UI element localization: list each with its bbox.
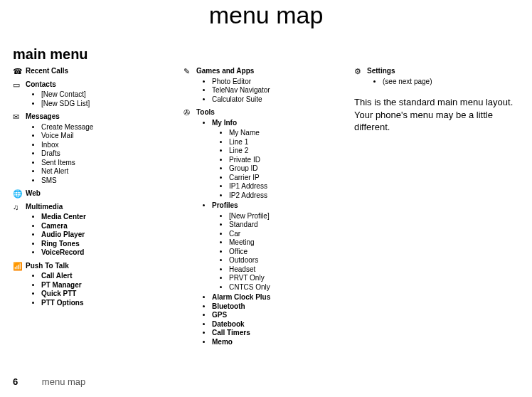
page-footer: 6 menu map <box>13 376 85 387</box>
list-item: PT Manager <box>41 281 183 290</box>
category-ptt: 📶 Push To Talk Call Alert PT Manager Qui… <box>13 262 183 308</box>
layout-note: This is the standard main menu layout. Y… <box>354 96 518 134</box>
list-item: Drafts <box>41 149 183 159</box>
column-2: ✎ Games and Apps Photo Editor TeleNav Na… <box>183 67 354 351</box>
list-item: [New Profile] <box>229 212 354 221</box>
list-item: Standard <box>229 221 354 230</box>
list-item: Create Message <box>41 123 183 132</box>
footer-text: menu map <box>42 376 85 387</box>
category-multimedia: ♫ Multimedia Media Center Camera Audio P… <box>13 203 183 258</box>
list-item: Meeting <box>229 238 354 248</box>
contacts-icon: ▭ <box>13 80 26 89</box>
list-item: My Name <box>229 129 354 138</box>
list-item: Quick PTT <box>41 290 183 299</box>
list-item: TeleNav Navigator <box>212 86 354 95</box>
page-number: 6 <box>13 376 18 387</box>
list-item: Line 1 <box>229 138 354 147</box>
list-item: Photo Editor <box>212 78 354 87</box>
list-item: Call Alert <box>41 272 183 281</box>
web-title: Web <box>26 189 41 198</box>
list-item: CNTCS Only <box>229 283 354 292</box>
settings-icon: ⚙ <box>354 67 367 75</box>
list-item: PTT Options <box>41 299 183 308</box>
list-item: Headset <box>229 265 354 275</box>
list-item: Audio Player <box>41 231 183 240</box>
recent-calls-title: Recent Calls <box>26 67 68 76</box>
list-item: Net Alert <box>41 167 183 176</box>
tools-title: Tools <box>196 108 215 117</box>
tools-icon: ✇ <box>183 108 196 117</box>
category-games: ✎ Games and Apps Photo Editor TeleNav Na… <box>183 67 354 104</box>
contacts-title: Contacts <box>26 80 56 90</box>
multimedia-title: Multimedia <box>26 203 63 212</box>
list-item: GPS <box>212 311 354 320</box>
list-item: Call Timers <box>212 329 354 338</box>
list-item: Datebook <box>212 320 354 329</box>
list-item: Media Center <box>41 213 183 222</box>
list-item: Memo <box>212 338 354 347</box>
list-item: Bluetooth <box>212 302 354 312</box>
multimedia-icon: ♫ <box>13 203 26 211</box>
category-web: 🌐 Web <box>13 189 183 198</box>
recent-calls-icon: ☎ <box>13 67 26 75</box>
section-title: main menu <box>13 46 532 63</box>
category-tools: ✇ Tools My Info My Name Line 1 Line 2 Pr… <box>183 108 354 346</box>
list-item: Calculator Suite <box>212 95 354 105</box>
settings-title: Settings <box>367 67 395 76</box>
ptt-icon: 📶 <box>13 262 26 270</box>
list-item: Carrier IP <box>229 174 354 183</box>
tools-profiles: Profiles <box>212 201 354 211</box>
column-3: ⚙ Settings (see next page) This is the s… <box>354 67 518 134</box>
list-item: Car <box>229 230 354 239</box>
list-item: Ring Tones <box>41 240 183 249</box>
list-item: PRVT Only <box>229 274 354 283</box>
category-messages: ✉ Messages Create Message Voice Mail Inb… <box>13 112 183 185</box>
menu-columns: ☎ Recent Calls ▭ Contacts [New Contact] … <box>13 67 532 351</box>
list-item: Private ID <box>229 156 354 165</box>
list-item: Sent Items <box>41 159 183 168</box>
list-item: IP2 Address <box>229 191 354 201</box>
messages-title: Messages <box>26 112 60 122</box>
list-item: [New Contact] <box>41 90 183 100</box>
category-contacts: ▭ Contacts [New Contact] [New SDG List] <box>13 80 183 109</box>
list-item: [New SDG List] <box>41 100 183 109</box>
web-icon: 🌐 <box>13 189 26 198</box>
list-item: Group ID <box>229 164 354 174</box>
tools-myinfo: My Info <box>212 119 354 128</box>
messages-icon: ✉ <box>13 112 26 121</box>
list-item: Camera <box>41 222 183 231</box>
list-item: Office <box>229 248 354 257</box>
games-icon: ✎ <box>183 67 196 75</box>
list-item: IP1 Address <box>229 182 354 191</box>
page-title: menu map <box>0 0 532 29</box>
list-item: Inbox <box>41 141 183 150</box>
category-settings: ⚙ Settings (see next page) <box>354 67 518 86</box>
list-item: SMS <box>41 176 183 186</box>
list-item: Line 2 <box>229 147 354 156</box>
list-item: Alarm Clock Plus <box>212 293 354 302</box>
category-recent-calls: ☎ Recent Calls <box>13 67 183 76</box>
list-item: VoiceRecord <box>41 248 183 258</box>
games-title: Games and Apps <box>196 67 254 76</box>
list-item: Outdoors <box>229 256 354 265</box>
ptt-title: Push To Talk <box>26 262 69 271</box>
column-1: ☎ Recent Calls ▭ Contacts [New Contact] … <box>13 67 183 312</box>
list-item: Voice Mail <box>41 132 183 141</box>
list-item: (see next page) <box>383 78 518 87</box>
